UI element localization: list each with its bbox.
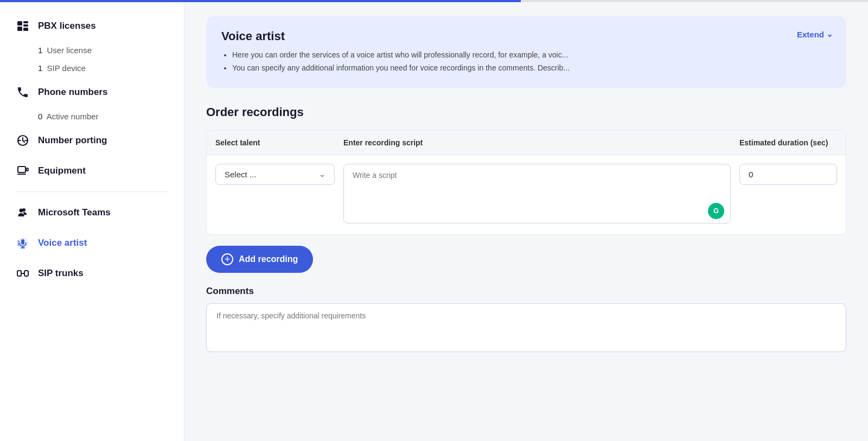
pbx-icon (15, 18, 30, 34)
svg-rect-13 (17, 271, 21, 276)
sidebar-item-porting-label: Number porting (38, 135, 107, 146)
phone-icon (15, 85, 30, 100)
select-talent-dropdown[interactable]: Select ... ⌄ (215, 164, 335, 185)
add-recording-button[interactable]: + Add recording (206, 246, 313, 273)
recordings-table: Select talent Enter recording script Est… (206, 130, 846, 235)
script-cell: G (343, 164, 731, 226)
sidebar-sub-user-license: 1 User license (0, 41, 184, 59)
sip-icon (15, 266, 30, 281)
sidebar-item-teams-label: Microsoft Teams (38, 207, 111, 218)
sidebar-item-phone-label: Phone numbers (38, 87, 107, 98)
sidebar-item-equipment-label: Equipment (38, 165, 86, 176)
banner-bullet-2: You can specify any additional informati… (232, 62, 831, 75)
svg-rect-14 (24, 271, 28, 276)
grammarly-button[interactable]: G (708, 203, 724, 219)
col-header-script: Enter recording script (343, 138, 731, 147)
svg-rect-0 (17, 21, 22, 25)
sidebar-item-microsoft-teams[interactable]: Microsoft Teams (0, 197, 184, 228)
sidebar-divider (15, 191, 169, 192)
col-header-talent: Select talent (215, 138, 335, 147)
banner-bullets: Here you can order the services of a voi… (221, 49, 831, 75)
top-progress-bar (0, 0, 868, 2)
voice-icon (15, 235, 30, 251)
table-header: Select talent Enter recording script Est… (207, 131, 846, 155)
banner-title: Voice artist (221, 29, 831, 43)
sidebar-item-sip-trunks[interactable]: SIP trunks (0, 258, 184, 289)
duration-input[interactable] (739, 164, 837, 185)
info-banner: Voice artist Extend ⌄ Here you can order… (206, 16, 846, 88)
sidebar-item-sip-label: SIP trunks (38, 268, 84, 279)
select-talent-cell: Select ... ⌄ (215, 164, 335, 185)
add-recording-label: Add recording (239, 254, 298, 264)
chevron-down-icon: ⌄ (826, 29, 833, 39)
sidebar: PBX licenses 1 User license 1 SIP device… (0, 0, 184, 441)
svg-rect-1 (23, 21, 28, 23)
svg-rect-2 (23, 24, 28, 27)
sidebar-item-pbx-label: PBX licenses (38, 21, 96, 31)
sidebar-sub-sip-device: 1 SIP device (0, 59, 184, 77)
sidebar-item-phone-numbers[interactable]: Phone numbers (0, 77, 184, 107)
svg-rect-7 (27, 168, 28, 171)
svg-rect-4 (23, 28, 28, 31)
main-content: Voice artist Extend ⌄ Here you can order… (184, 0, 868, 441)
sidebar-item-voice-artist[interactable]: Voice artist (0, 228, 184, 258)
sidebar-item-voice-label: Voice artist (38, 238, 87, 248)
svg-rect-6 (18, 167, 25, 172)
sidebar-sub-active-number: 0 Active number (0, 107, 184, 125)
teams-icon (15, 205, 30, 220)
script-textarea[interactable] (343, 164, 731, 223)
table-row: Select ... ⌄ G (207, 155, 846, 234)
banner-bullet-1: Here you can order the services of a voi… (232, 49, 831, 62)
porting-icon (15, 133, 30, 148)
sidebar-item-number-porting[interactable]: Number porting (0, 125, 184, 156)
equipment-icon (15, 163, 30, 178)
svg-point-9 (20, 209, 23, 213)
col-header-duration: Estimated duration (sec) (739, 138, 837, 147)
chevron-down-icon: ⌄ (319, 170, 326, 178)
select-talent-value: Select ... (225, 170, 256, 179)
svg-rect-3 (17, 27, 22, 31)
extend-button[interactable]: Extend ⌄ (797, 29, 833, 39)
comments-textarea[interactable] (206, 303, 846, 352)
duration-cell (739, 164, 837, 185)
comments-label: Comments (206, 286, 846, 297)
plus-icon: + (221, 253, 233, 265)
sidebar-item-pbx-licenses[interactable]: PBX licenses (0, 11, 184, 41)
sidebar-item-equipment[interactable]: Equipment (0, 156, 184, 186)
order-recordings-title: Order recordings (206, 105, 846, 119)
